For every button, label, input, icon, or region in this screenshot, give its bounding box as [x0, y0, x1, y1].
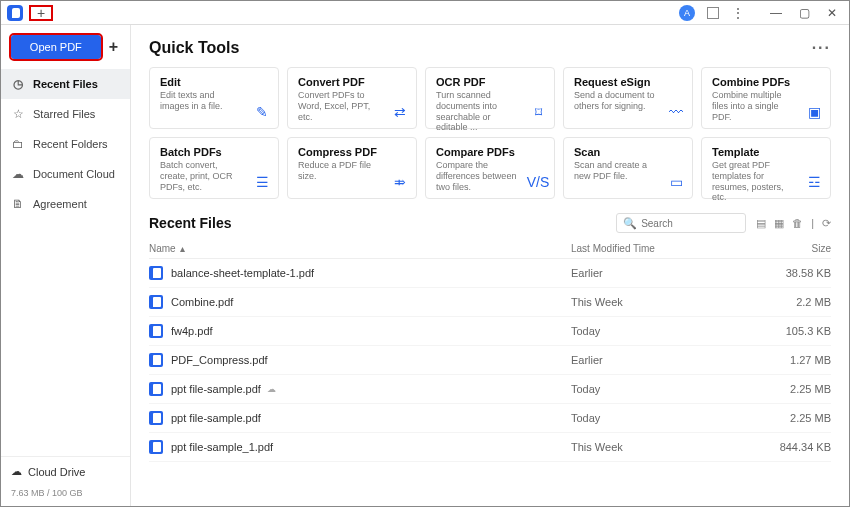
- separator: |: [811, 217, 814, 230]
- sidebar: Open PDF + ◷Recent Files☆Starred Files🗀R…: [1, 25, 131, 506]
- file-modified: Today: [571, 325, 771, 337]
- ocr-icon: ⌑: [528, 102, 548, 122]
- file-modified: Earlier: [571, 354, 771, 366]
- window-mode-icon[interactable]: [707, 7, 719, 19]
- minimize-button[interactable]: —: [767, 6, 785, 20]
- sidebar-item-label: Recent Folders: [33, 138, 108, 150]
- search-box[interactable]: 🔍: [616, 213, 746, 233]
- tool-compress-pdf[interactable]: Compress PDFReduce a PDF file size.⤃: [287, 137, 417, 199]
- app-icon: [7, 5, 23, 21]
- file-row[interactable]: fw4p.pdfToday105.3 KB: [149, 317, 831, 346]
- file-name: ppt file-sample_1.pdf: [171, 441, 571, 453]
- tool-template[interactable]: TemplateGet great PDF templates for resu…: [701, 137, 831, 199]
- combine-icon: ▣: [804, 102, 824, 122]
- tool-scan[interactable]: ScanScan and create a new PDF file.▭: [563, 137, 693, 199]
- delete-icon[interactable]: 🗑: [792, 217, 803, 230]
- file-row[interactable]: PDF_Compress.pdfEarlier1.27 MB: [149, 346, 831, 375]
- tool-title: Convert PDF: [298, 76, 408, 88]
- file-size: 844.34 KB: [771, 441, 831, 453]
- search-input[interactable]: [641, 218, 739, 229]
- file-row[interactable]: balance-sheet-template-1.pdfEarlier38.58…: [149, 259, 831, 288]
- sidebar-item-recent-folders[interactable]: 🗀Recent Folders: [1, 129, 130, 159]
- file-size: 38.58 KB: [771, 267, 831, 279]
- file-name: PDF_Compress.pdf: [171, 354, 571, 366]
- esign-icon: 〰: [666, 102, 686, 122]
- file-modified: Today: [571, 383, 771, 395]
- sidebar-item-agreement[interactable]: 🗎Agreement: [1, 189, 130, 219]
- pdf-file-icon: [149, 295, 163, 309]
- sidebar-item-label: Agreement: [33, 198, 87, 210]
- file-size: 2.2 MB: [771, 296, 831, 308]
- tool-title: Request eSign: [574, 76, 684, 88]
- file-row[interactable]: Combine.pdfThis Week2.2 MB: [149, 288, 831, 317]
- scan-icon: ▭: [666, 172, 686, 192]
- tool-compare-pdfs[interactable]: Compare PDFsCompare the differences betw…: [425, 137, 555, 199]
- tool-desc: Get great PDF templates for resumes, pos…: [712, 160, 797, 203]
- edit-icon: ✎: [252, 102, 272, 122]
- sidebar-item-document-cloud[interactable]: ☁Document Cloud: [1, 159, 130, 189]
- file-row[interactable]: ppt file-sample_1.pdfThis Week844.34 KB: [149, 433, 831, 462]
- pdf-file-icon: [149, 266, 163, 280]
- tool-title: Compare PDFs: [436, 146, 546, 158]
- tool-title: Compress PDF: [298, 146, 408, 158]
- more-menu[interactable]: ⋮: [731, 5, 745, 21]
- file-size: 105.3 KB: [771, 325, 831, 337]
- file-row[interactable]: ppt file-sample.pdf ☁Today2.25 MB: [149, 375, 831, 404]
- tool-convert-pdf[interactable]: Convert PDFConvert PDFs to Word, Excel, …: [287, 67, 417, 129]
- cloud-drive-icon: ☁: [11, 465, 22, 478]
- tool-ocr-pdf[interactable]: OCR PDFTurn scanned documents into searc…: [425, 67, 555, 129]
- pdf-file-icon: [149, 353, 163, 367]
- file-name: balance-sheet-template-1.pdf: [171, 267, 571, 279]
- file-modified: This Week: [571, 296, 771, 308]
- file-modified: This Week: [571, 441, 771, 453]
- cloud-sync-icon: ☁: [267, 384, 276, 394]
- cloud-icon: ☁: [11, 167, 25, 181]
- refresh-icon[interactable]: ⟳: [822, 217, 831, 230]
- file-name: ppt file-sample.pdf ☁: [171, 383, 571, 395]
- cloud-drive-link[interactable]: ☁ Cloud Drive: [1, 456, 130, 486]
- file-name: ppt file-sample.pdf: [171, 412, 571, 424]
- view-grid-icon[interactable]: ▦: [774, 217, 784, 230]
- close-button[interactable]: ✕: [823, 6, 841, 20]
- quick-tools-title: Quick Tools: [149, 39, 239, 57]
- sidebar-item-recent-files[interactable]: ◷Recent Files: [1, 69, 130, 99]
- pdf-file-icon: [149, 440, 163, 454]
- compare-icon: V/S: [528, 172, 548, 192]
- tool-desc: Turn scanned documents into searchable o…: [436, 90, 521, 133]
- account-avatar[interactable]: A: [679, 5, 695, 21]
- tool-combine-pdfs[interactable]: Combine PDFsCombine multiple files into …: [701, 67, 831, 129]
- column-name-header[interactable]: Name ▴: [149, 243, 571, 254]
- clock-icon: ◷: [11, 77, 25, 91]
- file-row[interactable]: ppt file-sample.pdfToday2.25 MB: [149, 404, 831, 433]
- tool-title: Template: [712, 146, 822, 158]
- quick-tools-more[interactable]: ···: [812, 39, 831, 57]
- titlebar: + A ⋮ — ▢ ✕: [1, 1, 849, 25]
- column-modified-header[interactable]: Last Modified Time: [571, 243, 771, 254]
- tool-edit[interactable]: EditEdit texts and images in a file.✎: [149, 67, 279, 129]
- sidebar-item-starred-files[interactable]: ☆Starred Files: [1, 99, 130, 129]
- tool-desc: Edit texts and images in a file.: [160, 90, 245, 112]
- tool-request-esign[interactable]: Request eSignSend a document to others f…: [563, 67, 693, 129]
- tool-desc: Send a document to others for signing.: [574, 90, 659, 112]
- tool-desc: Combine multiple files into a single PDF…: [712, 90, 797, 122]
- view-list-icon[interactable]: ▤: [756, 217, 766, 230]
- tool-batch-pdfs[interactable]: Batch PDFsBatch convert, create, print, …: [149, 137, 279, 199]
- file-modified: Earlier: [571, 267, 771, 279]
- open-pdf-button[interactable]: Open PDF: [11, 35, 101, 59]
- main-content: Quick Tools ··· EditEdit texts and image…: [131, 25, 849, 506]
- cloud-drive-label: Cloud Drive: [28, 466, 85, 478]
- sidebar-item-label: Recent Files: [33, 78, 98, 90]
- new-tab-button[interactable]: +: [29, 5, 53, 21]
- file-name: Combine.pdf: [171, 296, 571, 308]
- search-icon: 🔍: [623, 217, 637, 230]
- sort-asc-icon: ▴: [180, 243, 185, 254]
- tool-title: OCR PDF: [436, 76, 546, 88]
- folder-icon: 🗀: [11, 137, 25, 151]
- open-plus-button[interactable]: +: [107, 38, 120, 56]
- template-icon: ☲: [804, 172, 824, 192]
- file-modified: Today: [571, 412, 771, 424]
- convert-icon: ⇄: [390, 102, 410, 122]
- column-size-header[interactable]: Size: [771, 243, 831, 254]
- maximize-button[interactable]: ▢: [795, 6, 813, 20]
- compress-icon: ⤃: [390, 172, 410, 192]
